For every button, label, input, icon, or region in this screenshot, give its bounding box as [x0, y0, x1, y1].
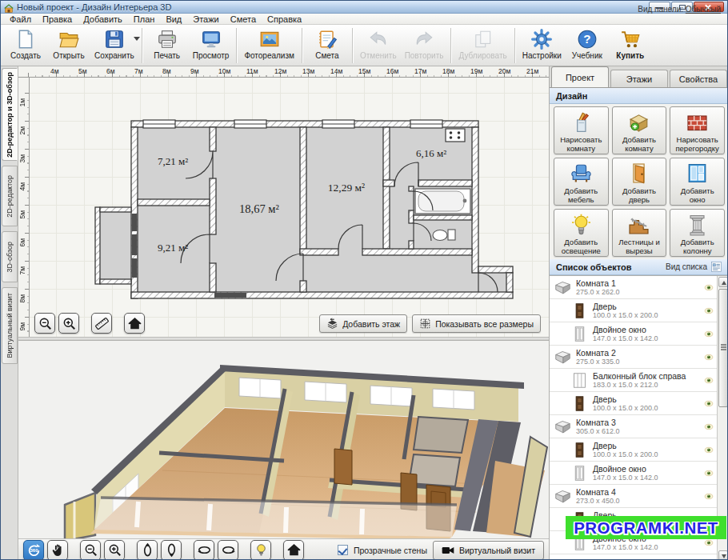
list-item[interactable]: Дверь100.0 x 15.0 x 200.0: [550, 438, 717, 462]
toolbar-button-new-document[interactable]: Создать: [4, 27, 47, 60]
design-button-add-window[interactable]: Добавить окно: [670, 158, 725, 206]
design-button-add-light[interactable]: Добавить освещение: [554, 209, 609, 257]
floor-plan[interactable]: 7,21 м² 9,21 м² 18,67 м² 12,29 м² 6,16 м…: [18, 66, 549, 337]
add-window-icon: [686, 162, 709, 186]
list-view-icon[interactable]: [710, 261, 722, 273]
virtual-visit-button[interactable]: Виртуальный визит: [433, 541, 544, 560]
pan-hand-button[interactable]: [47, 540, 68, 560]
tab-3d-view[interactable]: 3D-обзор: [2, 231, 18, 282]
editor-2d-canvas[interactable]: 7,21 м² 9,21 м² 18,67 м² 12,29 м² 6,16 м…: [18, 66, 549, 337]
toolbar-button-cart[interactable]: Купить: [609, 27, 652, 60]
orbit-left-button[interactable]: [194, 540, 214, 560]
svg-text:360: 360: [30, 548, 38, 553]
design-section-header: Дизайн: [550, 88, 728, 104]
tab-2d-and-3d[interactable]: 2D-редактор и 3D-обзор: [2, 68, 18, 161]
menu-help[interactable]: Справка: [262, 14, 307, 25]
zoom-in-button[interactable]: [104, 540, 125, 560]
redo-icon: [405, 28, 444, 50]
obj-window-icon: [571, 465, 588, 482]
eye-icon: [703, 538, 714, 547]
show-dimensions-button[interactable]: Показывать все размеры: [412, 314, 541, 333]
zoom-out-button[interactable]: [80, 540, 101, 560]
toolbar-button-monitor[interactable]: Просмотр: [189, 27, 234, 60]
zoom-in-button[interactable]: [58, 313, 79, 334]
room-label-4: 12,29 м²: [328, 182, 365, 194]
measure-button[interactable]: [91, 313, 112, 334]
scroll-up-arrow[interactable]: [718, 277, 728, 287]
toolbar-button-printer[interactable]: Печать: [146, 27, 189, 60]
design-button-stairs[interactable]: Лестницы и вырезы: [612, 209, 667, 257]
toolbar-button-photorealism[interactable]: Фотореализм: [240, 27, 298, 60]
list-item[interactable]: Комната 2275.0 x 335.0: [550, 346, 717, 369]
viewer-3d-canvas[interactable]: [18, 341, 549, 538]
design-button-add-column[interactable]: Добавить колонну: [670, 209, 725, 257]
tab-project[interactable]: Проект: [551, 66, 609, 87]
scroll-down-arrow[interactable]: [718, 550, 728, 560]
home-button[interactable]: [124, 313, 145, 334]
design-button-draw-room[interactable]: Нарисовать комнату: [554, 106, 609, 154]
objects-section-header: Список объектов Вид списка: [550, 259, 728, 275]
eye-icon: [703, 446, 714, 454]
toolbar-button-help[interactable]: ?Учебник: [566, 27, 609, 60]
draw-partition-icon: [686, 110, 709, 134]
list-item[interactable]: Двойное окно147.0 x 15.0 x 142.0: [550, 322, 717, 346]
list-item[interactable]: Комната 5: [550, 554, 717, 560]
add-furniture-icon: [570, 162, 593, 186]
obj-room-icon: [554, 418, 571, 435]
panel-view-setting: Вид панели: Обычный: [638, 5, 721, 14]
add-light-icon: [570, 213, 593, 237]
rotate-360-button[interactable]: 360: [23, 540, 44, 560]
save-dropdown-arrow[interactable]: [134, 37, 140, 41]
tab-2d-editor[interactable]: 2D-редактор: [2, 166, 18, 226]
eye-icon: [703, 492, 714, 501]
list-item[interactable]: Дверь100.0 x 15.0 x 200.0: [550, 392, 717, 415]
toolbar-button-save-floppy[interactable]: Сохранить: [90, 27, 138, 60]
menu-estimate[interactable]: Смета: [225, 14, 262, 25]
add-floor-icon: [326, 318, 338, 330]
toolbar-button-gear[interactable]: Настройки: [518, 27, 566, 60]
list-item[interactable]: Дверь100.0 x 15.0 x 200.0: [550, 299, 717, 322]
add-column-icon: [686, 213, 709, 237]
add-floor-button[interactable]: Добавить этаж: [319, 314, 407, 333]
obj-room-icon: [554, 488, 571, 505]
duplicate-icon: [458, 28, 506, 50]
design-button-draw-partition[interactable]: Нарисовать перегородку: [670, 106, 725, 154]
panel-view-link[interactable]: Обычный: [686, 5, 721, 14]
transparent-walls-checkbox[interactable]: [338, 545, 348, 555]
list-item[interactable]: Балконный блок справа183.0 x 15.0 x 212.…: [550, 369, 717, 392]
toolbar-button-estimate[interactable]: Смета: [306, 27, 349, 60]
list-item[interactable]: Комната 4273.0 x 450.0: [550, 485, 717, 508]
new-document-icon: [8, 28, 43, 50]
toolbar-button-open-folder[interactable]: Открыть: [47, 27, 90, 60]
design-button-add-door[interactable]: Добавить дверь: [612, 158, 667, 206]
tab-properties[interactable]: Свойства: [670, 70, 727, 87]
menu-view[interactable]: Вид: [160, 14, 187, 25]
tab-virtual-visit[interactable]: Виртуальный визит: [2, 287, 18, 364]
help-icon: ?: [570, 28, 605, 50]
design-button-add-room[interactable]: Добавить комнату: [612, 106, 667, 154]
monitor-icon: [193, 28, 230, 50]
light-button[interactable]: [250, 540, 271, 560]
home-button[interactable]: [283, 540, 304, 560]
menu-bar: Файл Правка Добавить План Вид Этажи Смет…: [1, 14, 727, 25]
watermark: PROGRAMKI.NET: [566, 516, 726, 539]
room-label-2: 9,21 м²: [158, 242, 188, 254]
scrollbar-thumb[interactable]: [718, 289, 728, 407]
tilt-up-button[interactable]: [137, 540, 158, 560]
menu-floors[interactable]: Этажи: [187, 14, 224, 25]
design-button-add-furniture[interactable]: Добавить мебель: [554, 158, 609, 206]
tab-floors[interactable]: Этажи: [610, 70, 668, 87]
menu-add[interactable]: Добавить: [78, 14, 128, 25]
zoom-out-button[interactable]: [34, 313, 55, 334]
list-item[interactable]: Комната 3305.0 x 612.0: [550, 415, 717, 438]
tilt-down-button[interactable]: [161, 540, 182, 560]
mode-tab-strip: 2D-редактор и 3D-обзор 2D-редактор 3D-об…: [1, 66, 18, 560]
list-item[interactable]: Комната 1275.0 x 262.0: [550, 276, 717, 299]
eye-icon: [703, 330, 714, 338]
menu-file[interactable]: Файл: [4, 14, 37, 25]
orbit-right-button[interactable]: [218, 540, 238, 560]
title-bar[interactable]: Новый проект - Дизайн Интерьера 3D: [1, 1, 727, 14]
menu-edit[interactable]: Правка: [37, 14, 78, 25]
menu-plan[interactable]: План: [128, 14, 161, 25]
list-item[interactable]: Двойное окно147.0 x 15.0 x 142.0: [550, 462, 717, 485]
